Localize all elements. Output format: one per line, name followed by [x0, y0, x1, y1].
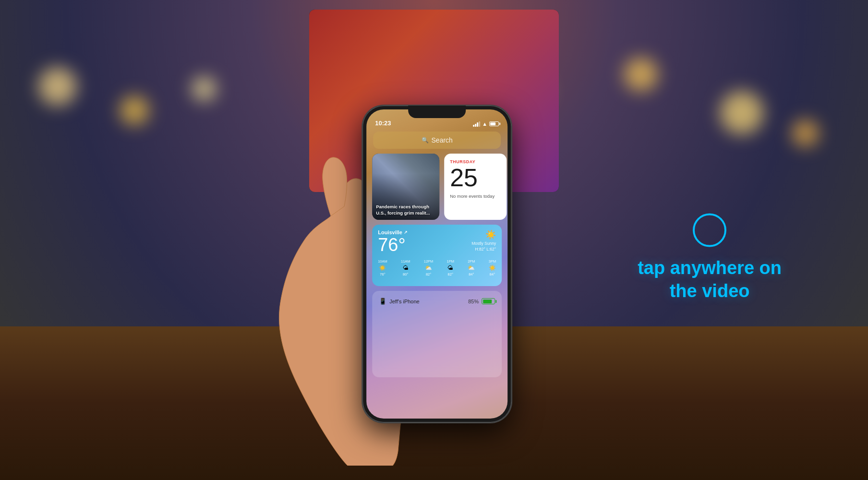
signal-bar-4	[479, 121, 480, 127]
forecast-time-6: 3PM	[489, 259, 496, 264]
signal-bars-icon	[473, 121, 480, 127]
bokeh-light	[120, 96, 149, 125]
signal-bar-3	[477, 122, 478, 127]
calendar-date: 25	[450, 165, 501, 190]
battery-percentage-area: 85%	[468, 298, 495, 304]
forecast-item-1: 10AM ☀️ 76°	[378, 259, 387, 276]
forecast-icon-4: 🌤	[447, 264, 453, 271]
news-image: Pandemic races through U.S., forcing gri…	[372, 154, 439, 220]
signal-bar-2	[475, 124, 476, 127]
forecast-temp-5: 84°	[469, 272, 474, 276]
forecast-time-3: 12PM	[424, 259, 434, 264]
forecast-item-4: 1PM 🌤 82°	[447, 259, 454, 276]
forecast-temp-1: 76°	[380, 272, 385, 276]
phone-notch	[408, 106, 466, 118]
forecast-item-3: 12PM ⛅ 82°	[424, 259, 434, 276]
battery-indicator-icon	[482, 298, 495, 304]
phone-body: 10:23 ▲	[362, 106, 511, 422]
forecast-icon-3: ⛅	[425, 264, 432, 271]
tap-circle-indicator	[693, 214, 726, 247]
search-icon: 🔍	[422, 137, 429, 144]
news-widget[interactable]: Pandemic races through U.S., forcing gri…	[372, 154, 439, 220]
forecast-icon-5: ⛅	[468, 264, 475, 271]
wifi-icon: ▲	[482, 121, 487, 127]
bokeh-light	[720, 91, 763, 134]
battery-header: 📱 Jeff's iPhone 85%	[379, 298, 495, 305]
weather-widget[interactable]: Louisville ↗ 76° ☀️ Mostly Sunny H:82° L…	[372, 225, 502, 286]
forecast-time-5: 2PM	[468, 259, 475, 264]
forecast-time-4: 1PM	[447, 259, 454, 264]
signal-bar-1	[473, 125, 474, 127]
forecast-temp-4: 82°	[448, 272, 453, 276]
weather-condition: Mostly Sunny H:82° L:62°	[471, 241, 496, 252]
forecast-item-2: 11AM 🌤 80°	[401, 259, 410, 276]
phone-screen[interactable]: 10:23 ▲	[366, 109, 507, 419]
calendar-widget[interactable]: THURSDAY 25 No more events today	[444, 154, 506, 220]
battery-percentage: 85%	[468, 299, 479, 304]
forecast-temp-2: 80°	[403, 272, 408, 276]
forecast-item-5: 2PM ⛅ 84°	[468, 259, 475, 276]
weather-top: Louisville ↗ 76° ☀️ Mostly Sunny H:82° L…	[378, 229, 496, 255]
overlay-text-container[interactable]: tap anywhere on the video	[638, 214, 782, 302]
forecast-time-2: 11AM	[401, 259, 410, 264]
bokeh-light	[624, 58, 658, 91]
forecast-item-6: 3PM ☀️ 84°	[489, 259, 496, 276]
bokeh-light	[792, 120, 819, 146]
forecast-icon-6: ☀️	[489, 264, 496, 271]
news-title: Pandemic races through U.S., forcing gri…	[376, 204, 435, 216]
forecast-icon-2: 🌤	[403, 264, 409, 271]
forecast-temp-6: 84°	[490, 272, 495, 276]
calendar-no-events: No more events today	[450, 193, 501, 199]
bokeh-light	[38, 67, 77, 106]
search-label: Search	[432, 136, 453, 144]
phone-icon: 📱	[379, 298, 386, 305]
status-icons: ▲	[473, 121, 499, 127]
battery-device-name: Jeff's iPhone	[389, 299, 419, 304]
bokeh-light	[192, 77, 216, 101]
forecast-time-1: 10AM	[378, 259, 387, 264]
battery-status-icon	[489, 121, 499, 126]
forecast-icon-1: ☀️	[379, 264, 386, 271]
battery-label-row: 📱 Jeff's iPhone	[379, 298, 419, 305]
weather-left: Louisville ↗ 76°	[378, 229, 408, 255]
battery-fill	[490, 122, 495, 125]
battery-fill-inner	[483, 300, 492, 303]
tap-anywhere-text: tap anywhere on the video	[638, 257, 782, 302]
weather-right: ☀️ Mostly Sunny H:82° L:62°	[471, 229, 496, 252]
search-bar[interactable]: 🔍 Search	[373, 132, 501, 149]
forecast-temp-3: 82°	[426, 272, 431, 276]
status-time: 10:23	[375, 120, 391, 127]
forecast-row: 10AM ☀️ 76° 11AM 🌤 80° 12PM	[378, 259, 496, 276]
sun-icon: ☀️	[471, 229, 496, 240]
weather-temperature: 76°	[378, 235, 408, 255]
battery-widget[interactable]: 📱 Jeff's iPhone 85%	[372, 291, 502, 377]
